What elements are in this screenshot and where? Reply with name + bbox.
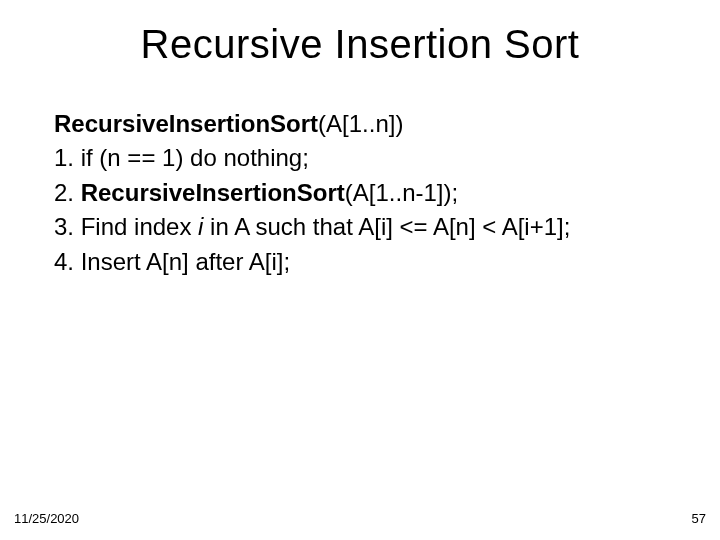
step-3-num: 3. <box>54 213 74 240</box>
slide-body: RecursiveInsertionSort(A[1..n]) 1. if (n… <box>54 108 674 280</box>
algorithm-signature: RecursiveInsertionSort(A[1..n]) <box>54 108 674 140</box>
slide: Recursive Insertion Sort RecursiveInsert… <box>0 0 720 540</box>
step-3: 3. Find index i in A such that A[i] <= A… <box>54 211 674 243</box>
slide-title: Recursive Insertion Sort <box>0 0 720 67</box>
step-1-num: 1. <box>54 144 74 171</box>
step-1: 1. if (n == 1) do nothing; <box>54 142 674 174</box>
step-4-num: 4. <box>54 248 74 275</box>
footer-date: 11/25/2020 <box>14 511 79 526</box>
step-2-func: RecursiveInsertionSort <box>81 179 345 206</box>
step-3-var: i <box>198 213 203 240</box>
step-2: 2. RecursiveInsertionSort(A[1..n-1]); <box>54 177 674 209</box>
step-4: 4. Insert A[n] after A[i]; <box>54 246 674 278</box>
step-2-num: 2. <box>54 179 74 206</box>
step-2-tail: (A[1..n-1]); <box>345 179 458 206</box>
func-name-bold: RecursiveInsertionSort <box>54 110 318 137</box>
footer-page-number: 57 <box>692 511 706 526</box>
step-3-post: in A such that A[i] <= A[n] < A[i+1]; <box>210 213 570 240</box>
step-3-pre: Find index <box>81 213 192 240</box>
func-args: (A[1..n]) <box>318 110 403 137</box>
step-1-text: if (n == 1) do nothing; <box>81 144 309 171</box>
step-4-text: Insert A[n] after A[i]; <box>81 248 290 275</box>
